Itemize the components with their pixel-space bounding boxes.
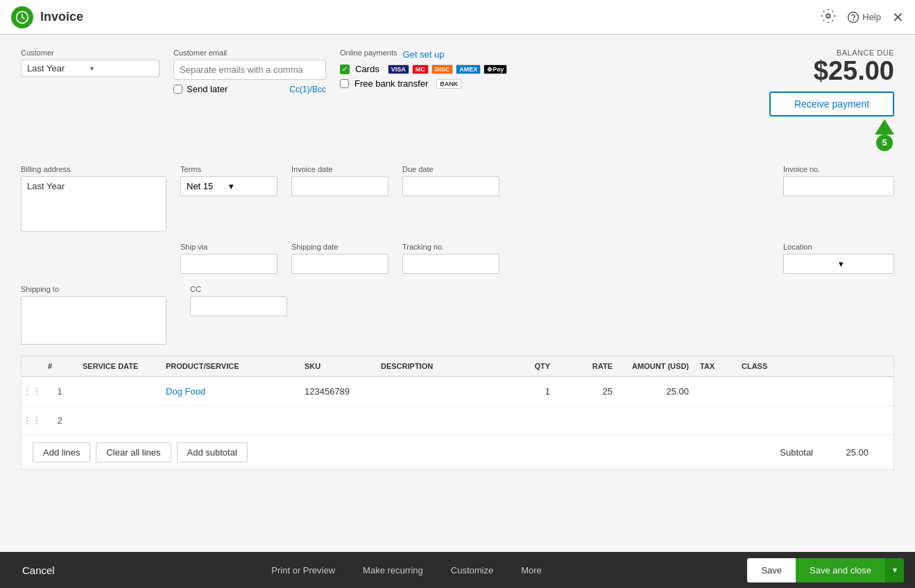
- row-class-1[interactable]: [736, 388, 792, 394]
- customer-label: Customer: [21, 49, 160, 57]
- location-dropdown[interactable]: ▾: [783, 254, 894, 274]
- terms-dropdown[interactable]: Net 15 ▾: [180, 176, 277, 196]
- invoice-date-label: Invoice date: [291, 165, 388, 173]
- form-row-2: Billing address Last Year Terms Net 15 ▾…: [21, 165, 894, 232]
- row-drag-handle-2[interactable]: ⋮⋮: [22, 412, 42, 429]
- ship-via-group: Ship via: [180, 243, 277, 274]
- customer-dropdown[interactable]: Last Year ▾: [21, 60, 160, 77]
- table-scroll-container[interactable]: # SERVICE DATE PRODUCT/SERVICE SKU DESCR…: [22, 356, 893, 435]
- form-area: Customer Last Year ▾ Customer email Send…: [0, 35, 915, 552]
- invoice-date-input[interactable]: 03/14/2019: [291, 176, 388, 196]
- row-sku-2[interactable]: [299, 417, 375, 423]
- shipping-date-input[interactable]: [291, 254, 388, 274]
- help-label: Help: [862, 12, 881, 22]
- send-later-wrap: Send later: [173, 84, 228, 94]
- customer-value: Last Year: [27, 63, 90, 74]
- row-desc-2[interactable]: [375, 417, 500, 423]
- subtotal-area: Subtotal 25.00: [253, 447, 882, 458]
- save-close-dropdown-arrow[interactable]: ▾: [885, 558, 904, 582]
- send-later-label: Send later: [187, 84, 228, 94]
- table-row: ⋮⋮ 2: [22, 406, 893, 435]
- row-num-1: 1: [42, 383, 77, 399]
- send-later-checkbox[interactable]: [173, 85, 182, 94]
- billing-address-input[interactable]: Last Year: [21, 176, 166, 232]
- invoice-no-input[interactable]: 6316Charbake: [783, 176, 894, 196]
- invoice-no-label: Invoice no.: [783, 165, 894, 173]
- row-product-1[interactable]: Dog Food: [160, 383, 299, 399]
- cc-input[interactable]: [190, 296, 287, 316]
- row-class-2[interactable]: [736, 417, 792, 423]
- more-button[interactable]: More: [521, 565, 542, 576]
- clear-all-lines-button[interactable]: Clear all lines: [96, 442, 171, 462]
- close-button[interactable]: ✕: [892, 9, 904, 26]
- save-and-close-button[interactable]: Save and close: [796, 558, 885, 582]
- make-recurring-button[interactable]: Make recurring: [363, 565, 423, 576]
- row-qty-2[interactable]: [500, 417, 556, 423]
- ship-via-label: Ship via: [180, 243, 277, 251]
- print-preview-button[interactable]: Print or Preview: [271, 565, 335, 576]
- balance-amount: $25.00: [769, 57, 894, 86]
- shipping-date-group: Shipping date: [291, 243, 388, 274]
- terms-group: Terms Net 15 ▾: [180, 165, 277, 196]
- th-drag: [22, 362, 42, 370]
- tracking-group: Tracking no.: [402, 243, 499, 274]
- svg-point-3: [853, 19, 854, 20]
- receive-payment-button[interactable]: Receive payment: [769, 92, 894, 116]
- row-qty-1[interactable]: 1: [500, 383, 556, 399]
- th-class: CLASS: [736, 362, 792, 370]
- cancel-button[interactable]: Cancel: [11, 559, 66, 582]
- form-row-3: Ship via Shipping date Tracking no. Loca…: [180, 243, 894, 274]
- row-tax-1[interactable]: [694, 388, 736, 394]
- toolbar-links: Print or Preview Make recurring Customiz…: [66, 565, 748, 576]
- row-service-date-1[interactable]: [77, 388, 160, 394]
- location-group: Location ▾: [783, 243, 894, 274]
- get-set-up-link[interactable]: Get set up: [403, 49, 445, 60]
- balance-section: BALANCE DUE $25.00 Receive payment 5: [769, 49, 894, 151]
- th-description: DESCRIPTION: [375, 362, 500, 370]
- row-rate-2[interactable]: [556, 417, 618, 423]
- cc-bcc-link[interactable]: Cc(1)/Bcc: [289, 85, 326, 94]
- shipping-to-input[interactable]: [21, 296, 166, 345]
- location-label: Location: [783, 243, 894, 251]
- settings-icon[interactable]: [821, 8, 836, 26]
- add-lines-button[interactable]: Add lines: [33, 442, 90, 462]
- visa-logo: VISA: [388, 64, 409, 74]
- discover-logo: DISC: [431, 64, 454, 74]
- form-row-4: Shipping to CC: [21, 285, 894, 345]
- table-footer: Add lines Clear all lines Add subtotal S…: [22, 435, 893, 469]
- mastercard-logo: MC: [412, 64, 429, 74]
- customer-field-group: Customer Last Year ▾: [21, 49, 160, 151]
- row-sku-1[interactable]: 123456789: [299, 383, 375, 399]
- badge-number: 5: [876, 135, 893, 151]
- row-rate-1[interactable]: 25: [556, 383, 618, 399]
- ship-via-input[interactable]: [180, 254, 277, 274]
- app-header: Invoice Help ✕: [0, 0, 915, 35]
- cards-label: Cards: [355, 64, 379, 74]
- row-drag-handle-1[interactable]: ⋮⋮: [22, 383, 42, 399]
- terms-label: Terms: [180, 165, 277, 173]
- due-date-input[interactable]: 03/29/2019: [402, 176, 499, 196]
- cc-group: CC: [190, 285, 287, 316]
- location-arrow: ▾: [839, 259, 888, 269]
- form-inner: Customer Last Year ▾ Customer email Send…: [0, 35, 915, 552]
- email-input[interactable]: [173, 60, 326, 80]
- help-button[interactable]: Help: [847, 11, 881, 24]
- row-tax-2[interactable]: [694, 417, 736, 423]
- customize-button[interactable]: Customize: [451, 565, 493, 576]
- header-actions: Help ✕: [821, 8, 904, 26]
- shipping-date-label: Shipping date: [291, 243, 388, 251]
- th-service-date: SERVICE DATE: [77, 362, 160, 370]
- card-logos: VISA MC DISC AMEX ⊕Pay: [388, 64, 508, 74]
- row-product-2[interactable]: [160, 417, 299, 423]
- row-desc-1[interactable]: [375, 388, 500, 394]
- table-inner: # SERVICE DATE PRODUCT/SERVICE SKU DESCR…: [22, 356, 893, 435]
- online-payments-label: Online payments: [340, 49, 397, 57]
- free-bank-checkbox[interactable]: [340, 79, 349, 88]
- add-subtotal-button[interactable]: Add subtotal: [177, 442, 248, 462]
- billing-address-group: Billing address Last Year: [21, 165, 166, 232]
- row-amount-2: [618, 417, 694, 423]
- tracking-input[interactable]: [402, 254, 499, 274]
- row-service-date-2[interactable]: [77, 417, 160, 423]
- save-button[interactable]: Save: [747, 558, 796, 582]
- th-qty: QTY: [500, 362, 556, 370]
